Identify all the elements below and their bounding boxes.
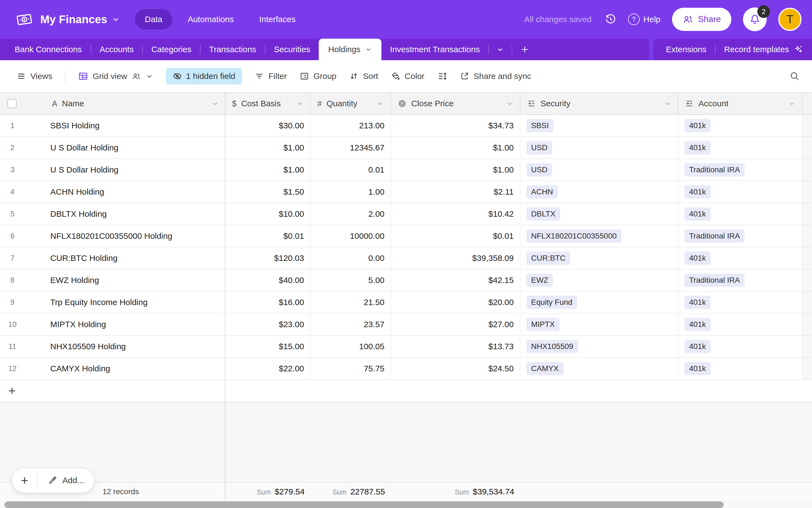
row-number[interactable]: 11 — [0, 336, 25, 357]
cell-name[interactable]: CUR:BTC Holding — [25, 247, 226, 269]
row-number[interactable]: 3 — [0, 159, 25, 180]
cell-close-price[interactable]: $10.42 — [391, 203, 520, 225]
tab-accounts[interactable]: Accounts — [91, 45, 142, 54]
chevron-down-icon[interactable] — [211, 100, 219, 107]
cell-name[interactable]: CAMYX Holding — [25, 358, 226, 379]
row-number[interactable]: 6 — [0, 225, 25, 247]
table-row[interactable]: 12CAMYX Holding$22.0075.75$24.50CAMYX401… — [0, 358, 812, 380]
cell-account-chip[interactable]: Traditional IRA — [684, 229, 744, 243]
nav-tab-automations[interactable]: Automations — [178, 9, 244, 30]
cell-security[interactable]: USD — [520, 159, 678, 180]
cell-cost-basis[interactable]: $15.00 — [226, 336, 311, 357]
cell-account-chip[interactable]: 401k — [684, 318, 710, 331]
cell-quantity[interactable]: 0.00 — [311, 247, 391, 269]
cell-security-chip[interactable]: CAMYX — [526, 362, 563, 375]
cell-cost-basis[interactable]: $120.03 — [226, 247, 311, 269]
cell-account-chip[interactable]: Traditional IRA — [684, 163, 744, 176]
cell-quantity[interactable]: 23.57 — [311, 313, 391, 335]
cell-security[interactable]: SBSI — [520, 115, 678, 136]
tab-categories[interactable]: Categories — [143, 45, 200, 54]
table-row[interactable]: 1SBSI Holding$30.00213.00$34.73SBSI401k — [0, 115, 812, 137]
cell-quantity[interactable]: 5.00 — [311, 269, 391, 291]
table-row[interactable]: 5DBLTX Holding$10.002.00$10.42DBLTX401k — [0, 203, 812, 225]
cell-cost-basis[interactable]: $40.00 — [226, 269, 311, 291]
cell-quantity[interactable]: 2.00 — [311, 203, 391, 225]
cell-name[interactable]: NFLX180201C00355000 Holding — [25, 225, 226, 247]
column-header-name[interactable]: A Name — [25, 93, 226, 114]
cell-account[interactable]: 401k — [678, 358, 803, 379]
base-title[interactable]: My Finances — [40, 13, 107, 26]
cell-security-chip[interactable]: USD — [526, 163, 552, 176]
cell-account-chip[interactable]: 401k — [684, 185, 710, 199]
column-header-close-price[interactable]: Close Price — [391, 93, 520, 114]
chevron-down-icon[interactable] — [664, 100, 671, 107]
tab-transactions[interactable]: Transactions — [201, 45, 265, 54]
filter-button[interactable]: Filter — [255, 72, 287, 81]
table-row[interactable]: 10MIPTX Holding$23.0023.57$27.00MIPTX401… — [0, 313, 812, 336]
cell-security-chip[interactable]: DBLTX — [526, 207, 560, 221]
cell-security[interactable]: EWZ — [520, 269, 678, 291]
column-header-quantity[interactable]: # Quantity — [311, 93, 391, 114]
cell-close-price[interactable]: $24.50 — [391, 358, 520, 379]
cell-name[interactable]: EWZ Holding — [25, 269, 226, 291]
cell-name[interactable]: Trp Equity Income Holding — [25, 292, 226, 313]
cost-basis-sum[interactable]: Sum $279.54 — [226, 487, 311, 496]
cell-security-chip[interactable]: Equity Fund — [526, 296, 577, 309]
row-number[interactable]: 5 — [0, 203, 25, 225]
hidden-fields-button[interactable]: 1 hidden field — [166, 68, 242, 84]
table-row[interactable]: 2U S Dollar Holding$1.0012345.67$1.00USD… — [0, 137, 812, 159]
extensions-button[interactable]: Extensions — [657, 45, 715, 54]
cell-security[interactable]: MIPTX — [520, 313, 678, 335]
table-row[interactable]: 7CUR:BTC Holding$120.030.00$39,358.09CUR… — [0, 247, 812, 269]
cell-close-price[interactable]: $20.00 — [391, 292, 520, 313]
cell-account-chip[interactable]: 401k — [684, 340, 710, 353]
cell-close-price[interactable]: $2.11 — [391, 181, 520, 203]
row-number[interactable]: 12 — [0, 358, 25, 379]
sort-button[interactable]: Sort — [349, 72, 378, 81]
app-logo-icon[interactable] — [15, 10, 33, 28]
group-button[interactable]: Group — [300, 72, 336, 81]
row-number[interactable]: 2 — [0, 137, 25, 159]
cell-name[interactable]: U S Dollar Holding — [25, 137, 226, 159]
color-button[interactable]: Color — [391, 72, 424, 81]
cell-security-chip[interactable]: SBSI — [526, 119, 554, 132]
cell-name[interactable]: NHX105509 Holding — [25, 336, 226, 357]
cell-name[interactable]: U S Dollar Holding — [25, 159, 226, 180]
cell-security[interactable]: NHX105509 — [520, 336, 678, 357]
grid-view-button[interactable]: Grid view — [78, 71, 153, 81]
avatar[interactable]: T — [778, 8, 802, 31]
row-number[interactable]: 9 — [0, 292, 25, 313]
table-row[interactable]: 9Trp Equity Income Holding$16.0021.50$20… — [0, 292, 812, 313]
cell-cost-basis[interactable]: $16.00 — [226, 292, 311, 313]
cell-cost-basis[interactable]: $23.00 — [226, 313, 311, 335]
cell-security-chip[interactable]: EWZ — [526, 273, 553, 287]
select-all-checkbox[interactable] — [7, 99, 16, 108]
cell-security[interactable]: ACHN — [520, 181, 678, 203]
cell-security[interactable]: CAMYX — [520, 358, 678, 379]
nav-tab-data[interactable]: Data — [135, 9, 172, 30]
cell-account[interactable]: 401k — [678, 203, 803, 225]
chevron-down-icon[interactable] — [377, 100, 384, 107]
table-row[interactable]: 6NFLX180201C00355000 Holding$0.0110000.0… — [0, 225, 812, 247]
cell-account[interactable]: 401k — [678, 247, 803, 269]
cell-security-chip[interactable]: NFLX180201C00355000 — [526, 229, 621, 243]
cell-account[interactable]: 401k — [678, 115, 803, 136]
record-templates-button[interactable]: Record templates — [716, 45, 811, 54]
tab-securities[interactable]: Securities — [266, 45, 319, 54]
cell-account[interactable]: Traditional IRA — [678, 225, 803, 247]
cell-account-chip[interactable]: Traditional IRA — [684, 273, 744, 287]
chevron-down-icon[interactable] — [296, 100, 303, 107]
search-icon[interactable] — [789, 71, 800, 81]
tab-bank-connections[interactable]: Bank Connections — [6, 45, 91, 54]
cell-close-price[interactable]: $42.15 — [391, 269, 520, 291]
cell-account-chip[interactable]: 401k — [684, 362, 710, 375]
cell-close-price[interactable]: $13.73 — [391, 336, 520, 357]
table-row[interactable]: 3U S Dollar Holding$1.000.01$1.00USDTrad… — [0, 159, 812, 181]
table-row[interactable]: 11NHX105509 Holding$15.00100.05$13.73NHX… — [0, 336, 812, 358]
cell-close-price[interactable]: $39,358.09 — [391, 247, 520, 269]
column-header-account[interactable]: Account — [678, 93, 803, 114]
cell-account[interactable]: Traditional IRA — [678, 159, 803, 180]
cell-close-price[interactable]: $1.00 — [391, 159, 520, 180]
cell-name[interactable]: SBSI Holding — [25, 115, 226, 136]
cell-quantity[interactable]: 213.00 — [311, 115, 391, 136]
